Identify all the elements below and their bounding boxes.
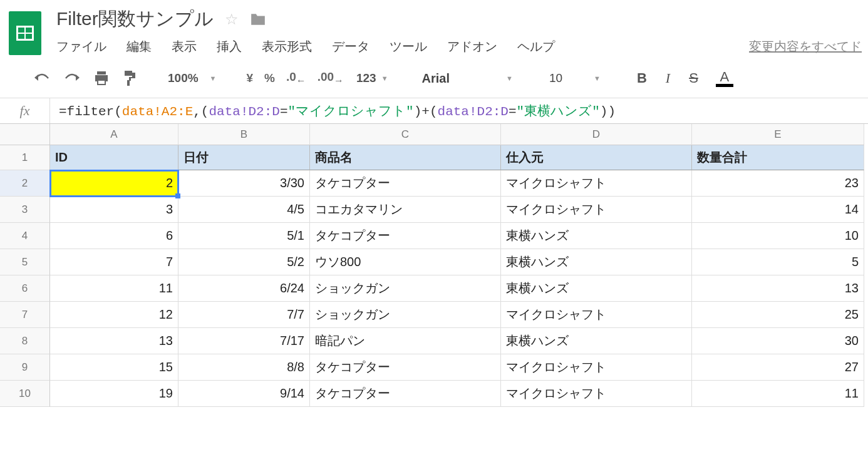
cell[interactable]: マイクロシャフト [501, 354, 692, 381]
cell[interactable]: 10 [692, 223, 864, 249]
row-header[interactable]: 1 [0, 145, 50, 170]
cell[interactable]: 13 [692, 275, 864, 302]
formula-input[interactable]: =filter(data!A2:E,(data!D2:D="マイクロシャフト")… [50, 102, 868, 120]
row-header[interactable]: 4 [0, 223, 50, 249]
cell[interactable]: 15 [50, 354, 178, 381]
cell[interactable]: 30 [692, 328, 864, 354]
cell[interactable]: マイクロシャフト [501, 302, 692, 328]
row-header[interactable]: 10 [0, 381, 50, 407]
menu-tools[interactable]: ツール [390, 38, 427, 55]
column-header-d[interactable]: D [501, 124, 692, 145]
cell[interactable]: 5/1 [178, 223, 310, 249]
redo-button[interactable] [58, 69, 86, 88]
cell[interactable]: 6/24 [178, 275, 310, 302]
star-icon[interactable]: ☆ [225, 11, 239, 28]
cell[interactable]: 東横ハンズ [501, 328, 692, 354]
cell[interactable]: 暗記パン [310, 328, 501, 354]
header-cell[interactable]: 仕入元 [501, 145, 692, 170]
italic-button[interactable]: I [657, 68, 679, 89]
document-title[interactable]: Filter関数サンプル [56, 6, 214, 32]
cell[interactable]: タケコプター [310, 223, 501, 249]
menu-format[interactable]: 表示形式 [262, 38, 312, 55]
cell[interactable]: ショックガン [310, 302, 501, 328]
cell[interactable]: 19 [50, 381, 178, 407]
header-cell[interactable]: ID [50, 145, 178, 170]
zoom-select[interactable]: 100% ▼ [162, 71, 223, 85]
cell[interactable]: 23 [692, 170, 864, 197]
cell[interactable]: 4/5 [178, 197, 310, 223]
cell[interactable]: 2 [50, 170, 178, 197]
decrease-decimal-button[interactable]: .0← [281, 68, 311, 89]
row-header[interactable]: 5 [0, 249, 50, 275]
menu-data[interactable]: データ [332, 38, 369, 55]
paint-format-button[interactable] [116, 68, 143, 89]
cell[interactable]: 7 [50, 249, 178, 275]
cell[interactable]: 東横ハンズ [501, 223, 692, 249]
increase-decimal-button[interactable]: .00→ [313, 68, 349, 89]
menu-addons[interactable]: アドオン [447, 38, 497, 55]
text-color-button[interactable]: A [708, 70, 741, 87]
header-cell[interactable]: 日付 [178, 145, 310, 170]
cell[interactable]: タケコプター [310, 381, 501, 407]
cell[interactable]: ウソ800 [310, 249, 501, 275]
cell[interactable]: 6 [50, 223, 178, 249]
cell[interactable]: 8/8 [178, 354, 310, 381]
row-header[interactable]: 8 [0, 328, 50, 354]
cell[interactable]: 27 [692, 354, 864, 381]
menu-file[interactable]: ファイル [56, 38, 106, 55]
row-header[interactable]: 9 [0, 354, 50, 381]
font-select[interactable]: Arial ▼ [413, 71, 522, 86]
select-all-corner[interactable] [0, 124, 50, 145]
strikethrough-button[interactable]: S [680, 68, 707, 89]
number-format-select[interactable]: 123 ▼ [350, 71, 395, 85]
font-size-select[interactable]: 10 ▼ [540, 71, 609, 85]
fx-icon[interactable]: fx [0, 98, 50, 123]
cell[interactable]: マイクロシャフト [501, 170, 692, 197]
column-header-a[interactable]: A [50, 124, 178, 145]
sheets-logo[interactable] [6, 6, 44, 58]
print-button[interactable] [88, 68, 115, 88]
menu-edit[interactable]: 編集 [127, 38, 152, 55]
cell[interactable]: 11 [692, 381, 864, 407]
cell[interactable]: ショックガン [310, 275, 501, 302]
cell[interactable]: タケコプター [310, 170, 501, 197]
menu-view[interactable]: 表示 [172, 38, 197, 55]
column-header-e[interactable]: E [692, 124, 864, 145]
cell[interactable]: 7/7 [178, 302, 310, 328]
title-area: Filter関数サンプル ☆ ファイル 編集 表示 挿入 表示形式 データ ツー… [44, 6, 868, 55]
cell[interactable]: 13 [50, 328, 178, 354]
cell[interactable]: 東横ハンズ [501, 275, 692, 302]
cell[interactable]: 12 [50, 302, 178, 328]
cell[interactable]: マイクロシャフト [501, 197, 692, 223]
bold-button[interactable]: B [628, 68, 656, 89]
cell[interactable]: 5 [692, 249, 864, 275]
column-header-b[interactable]: B [178, 124, 310, 145]
cell[interactable]: コエカタマリン [310, 197, 501, 223]
color-bar [716, 84, 733, 87]
cell[interactable]: タケコプター [310, 354, 501, 381]
percent-button[interactable]: % [259, 69, 280, 88]
row-header[interactable]: 7 [0, 302, 50, 328]
cell[interactable]: 3 [50, 197, 178, 223]
undo-button[interactable] [28, 69, 56, 88]
cell[interactable]: 3/30 [178, 170, 310, 197]
header-cell[interactable]: 商品名 [310, 145, 501, 170]
folder-icon[interactable] [250, 13, 266, 26]
row-header[interactable]: 6 [0, 275, 50, 302]
header-cell[interactable]: 数量合計 [692, 145, 864, 170]
column-header-c[interactable]: C [310, 124, 501, 145]
currency-button[interactable]: ¥ [242, 69, 259, 88]
cell[interactable]: 9/14 [178, 381, 310, 407]
row-header[interactable]: 2 [0, 170, 50, 197]
changes-link[interactable]: 変更内容をすべてド [749, 38, 862, 55]
menu-insert[interactable]: 挿入 [217, 38, 242, 55]
cell[interactable]: 11 [50, 275, 178, 302]
cell[interactable]: 14 [692, 197, 864, 223]
cell[interactable]: マイクロシャフト [501, 381, 692, 407]
cell[interactable]: 7/17 [178, 328, 310, 354]
cell[interactable]: 25 [692, 302, 864, 328]
menu-help[interactable]: ヘルプ [517, 38, 555, 55]
row-header[interactable]: 3 [0, 197, 50, 223]
cell[interactable]: 5/2 [178, 249, 310, 275]
cell[interactable]: 東横ハンズ [501, 249, 692, 275]
